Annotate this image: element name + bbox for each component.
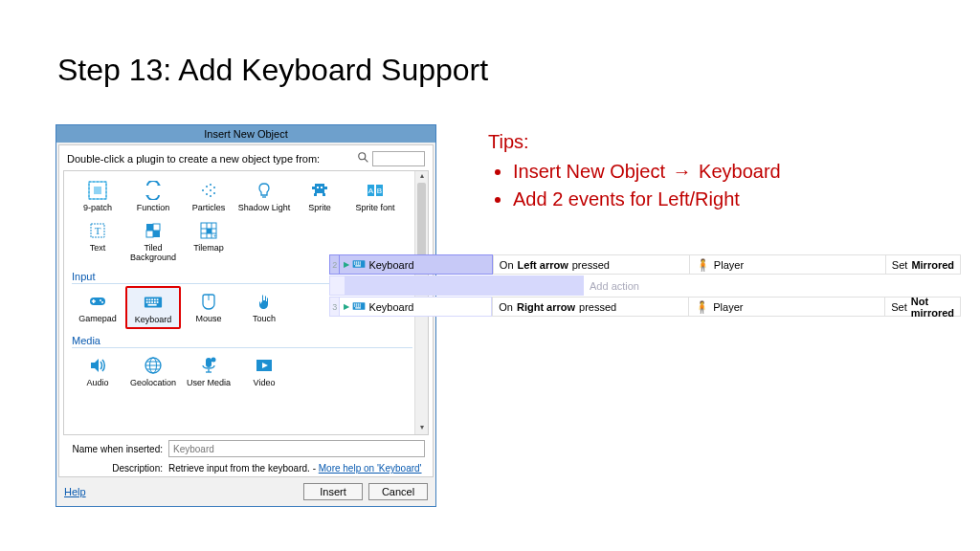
action-text[interactable]: Set Mirrored (885, 254, 961, 275)
svg-rect-89 (356, 307, 362, 308)
svg-rect-20 (323, 193, 325, 196)
svg-rect-4 (94, 187, 101, 194)
svg-point-43 (100, 299, 101, 301)
event-number (329, 276, 345, 296)
svg-rect-52 (148, 301, 150, 303)
svg-text:B: B (377, 187, 382, 195)
action-target[interactable]: 🧍Player (689, 254, 885, 275)
action-text[interactable]: Set Not mirrored (884, 297, 961, 317)
svg-point-10 (210, 184, 212, 186)
svg-point-67 (212, 357, 216, 362)
plugin-shadow-light[interactable]: Shadow Light (236, 175, 292, 215)
event-condition[interactable]: ▶ Keyboard (339, 254, 492, 275)
name-input[interactable] (168, 440, 425, 457)
svg-text:T: T (95, 225, 101, 236)
event-row-blank[interactable]: Add action (329, 276, 961, 296)
dialog-title: Insert New Object (56, 125, 435, 143)
svg-rect-84 (360, 303, 361, 304)
insert-button[interactable]: Insert (303, 483, 363, 500)
category-media: Media (72, 335, 412, 348)
plugin-function[interactable]: Function (125, 175, 181, 215)
svg-rect-32 (153, 231, 160, 237)
plugin-text[interactable]: TText (70, 215, 125, 265)
svg-rect-56 (148, 304, 157, 306)
svg-rect-75 (354, 263, 355, 264)
event-condition[interactable] (345, 276, 584, 296)
svg-rect-79 (356, 265, 362, 266)
svg-rect-55 (157, 301, 159, 303)
event-number: 2 (329, 254, 339, 275)
svg-rect-30 (153, 224, 160, 231)
svg-point-14 (213, 192, 215, 194)
svg-point-11 (210, 189, 212, 191)
plugin-tilemap[interactable]: +Tilemap (181, 215, 236, 265)
scroll-up-icon[interactable]: ▴ (415, 171, 428, 183)
svg-point-13 (213, 187, 215, 188)
svg-rect-87 (358, 305, 359, 306)
event-row[interactable]: 3 ▶ Keyboard On Right arrow pressed 🧍Pla… (329, 297, 961, 317)
svg-text:A: A (368, 187, 374, 195)
svg-rect-76 (356, 263, 357, 264)
condition-text[interactable]: On Right arrow pressed (492, 297, 688, 317)
search-icon (357, 151, 370, 166)
svg-rect-72 (356, 261, 357, 262)
plugin-keyboard[interactable]: Keyboard (125, 286, 181, 328)
svg-rect-47 (148, 299, 150, 301)
plugin-gamepad[interactable]: Gamepad (70, 286, 125, 328)
plugin-mouse[interactable]: Mouse (181, 286, 236, 328)
svg-text:+: + (213, 232, 217, 238)
svg-rect-18 (315, 184, 324, 193)
svg-rect-64 (206, 358, 212, 367)
svg-rect-29 (146, 224, 153, 231)
arrow-right-icon: → (671, 159, 694, 185)
dialog-subheading: Double-click a plugin to create a new ob… (67, 153, 320, 165)
scroll-down-icon[interactable]: ▾ (415, 423, 428, 434)
more-help-link[interactable]: More help on 'Keyboard' (319, 463, 422, 474)
svg-rect-83 (358, 303, 359, 304)
slide-title: Step 13: Add Keyboard Support (57, 53, 488, 88)
svg-rect-31 (146, 231, 153, 237)
svg-rect-16 (312, 187, 315, 189)
svg-marker-58 (91, 359, 99, 372)
svg-point-12 (210, 195, 212, 197)
svg-rect-85 (354, 305, 355, 306)
event-row[interactable]: 2 ▶ Keyboard On Left arrow pressed 🧍Play… (329, 254, 961, 275)
svg-rect-74 (360, 261, 361, 262)
svg-rect-78 (360, 263, 361, 264)
help-link[interactable]: Help (64, 486, 86, 497)
plugin-particles[interactable]: Particles (181, 175, 236, 215)
plugin-user-media[interactable]: User Media (181, 350, 236, 390)
description-text: Retrieve input from the keyboard. - More… (168, 463, 425, 474)
action-target[interactable]: 🧍Player (688, 297, 884, 317)
plugin-geolocation[interactable]: Geolocation (125, 350, 181, 390)
svg-line-1 (365, 159, 368, 163)
svg-rect-71 (354, 261, 355, 262)
name-label: Name when inserted: (67, 444, 163, 454)
svg-rect-77 (358, 263, 359, 264)
tips-panel: Tips: Insert New Object → Keyboard Add 2… (488, 129, 781, 214)
svg-point-8 (206, 186, 208, 187)
svg-rect-42 (92, 301, 96, 303)
svg-rect-82 (356, 303, 357, 304)
plugin-sprite[interactable]: Sprite (292, 175, 347, 215)
add-action-link[interactable]: Add action (584, 276, 639, 296)
condition-text[interactable]: On Left arrow pressed (493, 254, 689, 275)
svg-rect-53 (151, 301, 153, 303)
event-condition[interactable]: ▶ Keyboard (339, 297, 492, 317)
plugin-9patch[interactable]: 9-patch (70, 175, 125, 215)
svg-rect-19 (314, 193, 317, 196)
search-input[interactable] (372, 151, 425, 166)
plugin-video[interactable]: Video (236, 350, 292, 390)
cancel-button[interactable]: Cancel (368, 483, 428, 500)
svg-point-9 (206, 193, 208, 195)
trigger-icon: ▶ (344, 260, 349, 269)
plugin-tiled-background[interactable]: Tiled Background (125, 215, 181, 265)
svg-rect-88 (360, 305, 361, 306)
plugin-audio[interactable]: Audio (70, 350, 125, 390)
player-icon: 🧍 (695, 300, 709, 314)
description-label: Description: (67, 463, 163, 474)
plugin-touch[interactable]: Touch (236, 286, 292, 328)
player-icon: 🧍 (696, 258, 710, 272)
plugin-sprite-font[interactable]: ABSprite font (347, 175, 403, 215)
svg-rect-81 (354, 303, 355, 304)
